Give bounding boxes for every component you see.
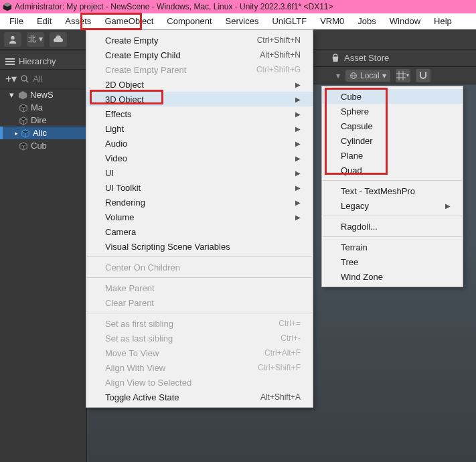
menu-light[interactable]: Light▶: [86, 121, 313, 136]
hierarchy-item-alic[interactable]: ▸ Alic: [0, 127, 86, 139]
menu-camera[interactable]: Camera: [86, 224, 313, 239]
hierarchy-icon: [5, 58, 15, 65]
menu-audio[interactable]: Audio▶: [86, 136, 313, 151]
menu-separator: [323, 216, 462, 216]
menu-jobs[interactable]: Jobs: [351, 14, 382, 28]
menu-quad[interactable]: Quad: [322, 163, 463, 177]
tab-asset-store[interactable]: Asset Store: [331, 53, 389, 63]
menu-component[interactable]: Component: [160, 14, 218, 28]
menu-video[interactable]: Video▶: [86, 151, 313, 165]
menu-gameobject[interactable]: GameObject: [98, 14, 160, 28]
svg-point-2: [11, 35, 14, 39]
menu-create-empty[interactable]: Create EmptyCtrl+Shift+N: [86, 33, 313, 48]
menu-set-first-sibling: Set as first siblingCtrl+=: [86, 316, 313, 331]
3d-object-submenu: Cube Sphere Capsule Cylinder Plane Quad …: [321, 86, 463, 287]
menu-services[interactable]: Services: [219, 14, 266, 28]
menu-unigltf[interactable]: UniGLTF: [265, 14, 313, 28]
menu-move-to-view: Move To ViewCtrl+Alt+F: [86, 345, 313, 360]
menu-sphere[interactable]: Sphere: [322, 104, 463, 119]
cube-icon: [19, 103, 28, 112]
cursor-button[interactable]: 北 ▾: [27, 32, 44, 47]
menu-make-parent: Make Parent: [86, 281, 313, 295]
menu-create-empty-parent: Create Empty ParentCtrl+Shift+G: [86, 62, 313, 77]
menu-ragdoll[interactable]: Ragdoll...: [322, 219, 463, 234]
menu-separator: [87, 256, 312, 257]
gameobject-menu: Create EmptyCtrl+Shift+N Create Empty Ch…: [86, 29, 313, 408]
menu-text-tmp[interactable]: Text - TextMeshPro: [322, 183, 463, 198]
svg-marker-5: [19, 90, 27, 98]
menu-toggle-active[interactable]: Toggle Active StateAlt+Shift+A: [86, 390, 313, 404]
hierarchy-panel: Hierarchy +▾ All ▾ NewS Ma Dire ▸ Alic: [0, 50, 87, 462]
menu-separator: [323, 236, 462, 237]
hierarchy-item-dire[interactable]: Dire: [0, 114, 86, 127]
cloud-button[interactable]: [50, 32, 67, 47]
menu-separator: [323, 180, 462, 181]
hierarchy-title: Hierarchy: [19, 56, 56, 66]
scene-name: NewS: [30, 90, 54, 100]
menu-align-with-view: Align With ViewCtrl+Shift+F: [86, 360, 313, 375]
menu-help[interactable]: Help: [427, 14, 459, 28]
bag-icon: [331, 54, 340, 63]
grid-icon: [396, 71, 406, 80]
globe-icon: [349, 72, 358, 80]
menu-assets[interactable]: Assets: [58, 14, 98, 28]
menu-vssv[interactable]: Visual Scripting Scene Variables: [86, 239, 313, 254]
hierarchy-search[interactable]: All: [33, 74, 42, 84]
add-button[interactable]: +▾: [5, 72, 17, 85]
cube-icon: [19, 141, 28, 151]
menu-set-last-sibling: Set as last siblingCtrl+-: [86, 331, 313, 345]
menu-clear-parent: Clear Parent: [86, 295, 313, 310]
menu-ui-toolkit[interactable]: UI Toolkit▶: [86, 180, 313, 195]
menu-legacy[interactable]: Legacy▶: [322, 198, 463, 213]
menu-ui[interactable]: UI▶: [86, 165, 313, 180]
menu-terrain[interactable]: Terrain: [322, 240, 463, 254]
hierarchy-toolbar: +▾ All: [0, 70, 86, 88]
menu-cylinder[interactable]: Cylinder: [322, 133, 463, 148]
window-title: Administrator: My project - NewScene - W…: [15, 2, 333, 11]
menu-file[interactable]: File: [3, 14, 30, 28]
menu-tree[interactable]: Tree: [322, 254, 463, 269]
menu-edit[interactable]: Edit: [30, 14, 58, 28]
hierarchy-item-ma[interactable]: Ma: [0, 101, 86, 114]
menu-create-empty-child[interactable]: Create Empty ChildAlt+Shift+N: [86, 48, 313, 62]
hierarchy-header: Hierarchy: [0, 54, 86, 70]
menu-center-children: Center On Children: [86, 260, 313, 275]
menu-capsule[interactable]: Capsule: [322, 119, 463, 133]
coord-space-dropdown[interactable]: Local▾: [345, 70, 390, 82]
menu-rendering[interactable]: Rendering▶: [86, 195, 313, 210]
menu-3d-object[interactable]: 3D Object▶: [86, 92, 313, 106]
menu-separator: [87, 313, 312, 313]
menu-cube[interactable]: Cube: [322, 89, 463, 104]
menu-volume[interactable]: Volume▶: [86, 210, 313, 224]
hierarchy-item-cub[interactable]: Cub: [0, 139, 86, 152]
menu-align-view-selected: Align View to Selected: [86, 375, 313, 390]
menubar: File Edit Assets GameObject Component Se…: [0, 13, 476, 29]
scene-row[interactable]: ▾ NewS: [0, 88, 86, 101]
snap-button[interactable]: [416, 69, 430, 82]
menu-window[interactable]: Window: [383, 14, 427, 28]
cube-icon: [19, 116, 28, 125]
menu-windzone[interactable]: Wind Zone: [322, 269, 463, 284]
menu-2d-object[interactable]: 2D Object▶: [86, 77, 313, 92]
magnet-icon: [419, 72, 427, 80]
unity-scene-icon: [18, 90, 27, 100]
unity-logo-icon: [3, 2, 12, 11]
svg-line-4: [26, 80, 28, 82]
search-icon: [21, 75, 29, 83]
account-button[interactable]: [4, 32, 21, 47]
svg-point-3: [21, 76, 27, 81]
grid-snap-button[interactable]: ▾: [396, 69, 410, 82]
menu-plane[interactable]: Plane: [322, 148, 463, 163]
cube-icon: [21, 129, 30, 138]
menu-separator: [87, 277, 312, 278]
menu-effects[interactable]: Effects▶: [86, 106, 313, 121]
menu-vrm0[interactable]: VRM0: [313, 14, 351, 28]
window-titlebar: Administrator: My project - NewScene - W…: [0, 0, 476, 13]
